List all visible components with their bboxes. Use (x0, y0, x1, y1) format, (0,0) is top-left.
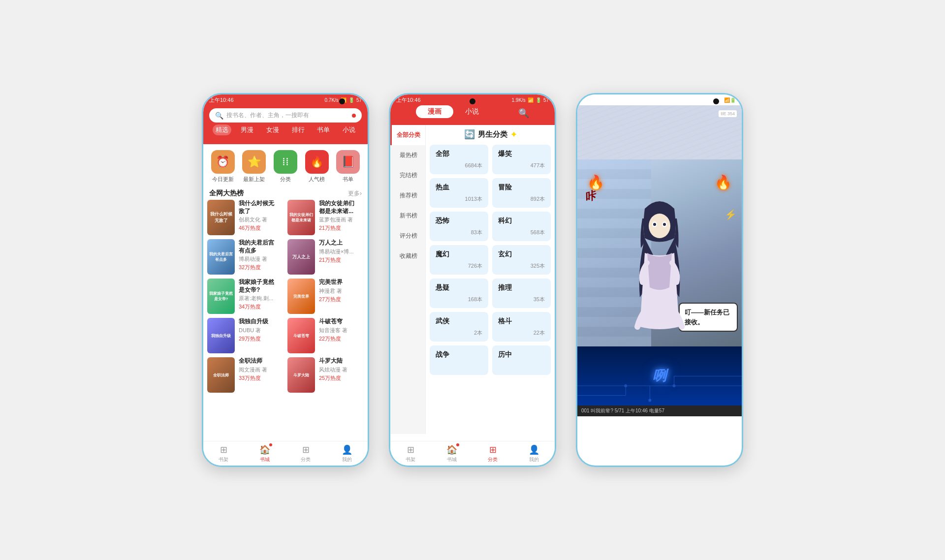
cat-action[interactable]: 热血 1013本 (430, 178, 488, 208)
bookshelf-icon-2: ⊞ (407, 444, 414, 455)
book-row-2: 我的夫君后宫有点多 我的夫君后宫有点多 博易动漫 著 32万热度 万人之上 万人… (207, 239, 364, 275)
cat-war[interactable]: 战争 (430, 345, 488, 375)
more-btn[interactable]: 更多› (348, 189, 362, 198)
today-label: 今日更新 (212, 176, 234, 183)
cat-mystery[interactable]: 悬疑 168本 (430, 279, 488, 308)
nav-男漫[interactable]: 男漫 (238, 124, 256, 135)
cat-history[interactable]: 历中 (492, 345, 551, 375)
book-author-9: 阅文漫画 著 (239, 366, 284, 373)
icon-rank[interactable]: 🔥 人气榜 (305, 150, 329, 183)
bookshelf-label-2: 书架 (406, 456, 415, 463)
cat-adventure[interactable]: 冒险 892本 (492, 178, 551, 208)
nav-bookstore-2[interactable]: 🏠 书城 (446, 444, 457, 463)
search-icon-1: 🔍 (215, 112, 223, 120)
cat-wuxia-name: 武侠 (436, 317, 482, 326)
book-item-8[interactable]: 斗破苍穹 斗破苍穹 知音漫客 著 22万热度 (287, 318, 364, 353)
nav-精选[interactable]: 精选 (213, 124, 231, 135)
sidebar-all[interactable]: 全部分类 (390, 125, 425, 145)
cat-scifi-count: 568本 (498, 229, 545, 236)
nav-排行[interactable]: 排行 (289, 124, 308, 135)
cat-war-name: 战争 (436, 350, 482, 359)
icon-new[interactable]: ⭐ 最新上架 (242, 150, 266, 183)
book-heat-9: 33万热度 (239, 374, 284, 382)
category-label: 分类 (280, 176, 291, 183)
cat-mystery-count: 168本 (436, 296, 482, 303)
cat-mystery-name: 悬疑 (436, 283, 482, 292)
nav-bookstore-1[interactable]: 🏠 书城 (259, 444, 270, 463)
book-author-6: 神漫君 著 (319, 287, 364, 295)
sidebar-hot[interactable]: 最热榜 (390, 145, 425, 165)
search-btn-2[interactable]: 🔍 (518, 108, 529, 119)
nav-classify-2[interactable]: ⊞ 分类 (488, 444, 498, 463)
sidebar-collect[interactable]: 收藏榜 (390, 246, 425, 266)
book-info-5: 我家娘子竟然是女帝? 原著:老狗.刺... 34万热度 (239, 279, 284, 311)
cat-magic[interactable]: 魔幻 726本 (430, 245, 488, 275)
nav-classify-1[interactable]: ⊞ 分类 (301, 444, 311, 463)
book-title-7: 我独自升级 (239, 318, 284, 326)
cat-funny-count: 477本 (498, 162, 545, 169)
cat-xuan[interactable]: 玄幻 325本 (492, 245, 551, 275)
tab-novel[interactable]: 小说 (453, 105, 491, 118)
book-heat-7: 29万热度 (239, 335, 284, 342)
book-cover-8: 斗破苍穹 (287, 318, 315, 353)
cat-fight[interactable]: 格斗 22本 (492, 312, 551, 342)
cat-horror-name: 恐怖 (436, 217, 482, 225)
category-header: 🔄 男生分类 ✦ (430, 129, 551, 140)
cat-detective[interactable]: 推理 35本 (492, 279, 551, 308)
manga-page-info: 001 叫我前辈? 5/71 上午10:46 电量57 (581, 407, 664, 414)
cat-wuxia[interactable]: 武侠 2本 (430, 312, 488, 342)
book-cover-4: 万人之上 (287, 239, 315, 275)
svg-point-1 (649, 214, 670, 238)
sidebar-new[interactable]: 新书榜 (390, 206, 425, 226)
icon-booklist[interactable]: 📕 书单 (336, 150, 360, 183)
icon-category[interactable]: ⁞⁞ 分类 (274, 150, 297, 183)
nav-mine-2[interactable]: 👤 我的 (529, 444, 539, 463)
flame-left: 🔥 (587, 174, 604, 190)
tab-manga[interactable]: 漫画 (416, 105, 453, 118)
bookstore-icon-1: 🏠 (259, 445, 270, 455)
book-info-9: 全职法师 阅文漫画 著 33万热度 (239, 357, 284, 382)
book-item-3[interactable]: 我的夫君后宫有点多 我的夫君后宫有点多 博易动漫 著 32万热度 (207, 239, 284, 275)
book-info-4: 万人之上 博易动漫×博... 21万热度 (319, 239, 364, 264)
category-icon: ⁞⁞ (274, 150, 297, 174)
cat-action-name: 热血 (436, 183, 482, 192)
time-2: 上午10:46 (396, 96, 421, 104)
book-item-7[interactable]: 我独自升级 我独自升级 DUBU 著 29万热度 (207, 318, 284, 353)
book-item-1[interactable]: 我什么时候无敌了 我什么时候无敌了 创易文化 著 46万热度 (207, 200, 284, 235)
cat-fight-count: 22本 (498, 329, 545, 337)
icon-today[interactable]: ⏰ 今日更新 (211, 150, 235, 183)
nav-书单[interactable]: 书单 (314, 124, 333, 135)
new-icon: ⭐ (242, 150, 266, 174)
cat-funny[interactable]: 爆笑 477本 (492, 145, 551, 174)
nav-bookshelf-2[interactable]: ⊞ 书架 (406, 444, 415, 463)
sidebar-recommend[interactable]: 推荐榜 (390, 186, 425, 206)
svg-point-11 (624, 384, 627, 387)
sidebar-complete[interactable]: 完结榜 (390, 165, 425, 186)
cat-xuan-count: 325本 (498, 262, 545, 270)
search-bar-1[interactable]: 🔍 搜书名、作者、主角，一搜即有 (209, 108, 362, 123)
cat-all[interactable]: 全部 6684本 (430, 145, 488, 174)
nav-bookshelf-1[interactable]: ⊞ 书架 (219, 444, 228, 463)
book-item-5[interactable]: 我家娘子竟然是女帝? 我家娘子竟然是女帝? 原著:老狗.刺... 34万热度 (207, 279, 284, 314)
classify-label-1: 分类 (301, 456, 311, 463)
nav-mine-1[interactable]: 👤 我的 (342, 444, 352, 463)
book-item-4[interactable]: 万人之上 万人之上 博易动漫×博... 21万热度 (287, 239, 364, 275)
book-author-7: DUBU 著 (239, 327, 284, 334)
book-item-10[interactable]: 斗罗大陆 斗罗大陆 风炫动漫 著 25万热度 (287, 357, 364, 393)
nav-小说[interactable]: 小说 (340, 124, 358, 135)
nav-女漫[interactable]: 女漫 (263, 124, 282, 135)
book-title-8: 斗破苍穹 (319, 318, 364, 326)
manga-info-bar: 001 叫我前辈? 5/71 上午10:46 电量57 (577, 405, 742, 416)
cat-horror[interactable]: 恐怖 83本 (430, 212, 488, 241)
book-item-2[interactable]: 我的女徒弟们都是未来诸 我的女徒弟们都是未来诸... 蓝萝包漫画 著 21万热度 (287, 200, 364, 235)
sidebar-score[interactable]: 评分榜 (390, 226, 425, 246)
book-item-6[interactable]: 完美世界 完美世界 神漫君 著 27万热度 (287, 279, 364, 314)
cat-magic-count: 726本 (436, 262, 482, 270)
search-placeholder-1: 搜书名、作者、主角，一搜即有 (226, 111, 309, 120)
book-item-9[interactable]: 全职法师 全职法师 阅文漫画 著 33万热度 (207, 357, 284, 393)
cat-scifi[interactable]: 科幻 568本 (492, 212, 551, 241)
book-row-1: 我什么时候无敌了 我什么时候无敌了 创易文化 著 46万热度 我的女徒弟们都是未… (207, 200, 364, 235)
category-grid: 全部 6684本 爆笑 477本 热血 1013本 冒险 892本 恐怖 8 (430, 145, 551, 375)
phone3-content: tIE 354 (577, 105, 742, 444)
book-cover-10: 斗罗大陆 (287, 357, 315, 393)
